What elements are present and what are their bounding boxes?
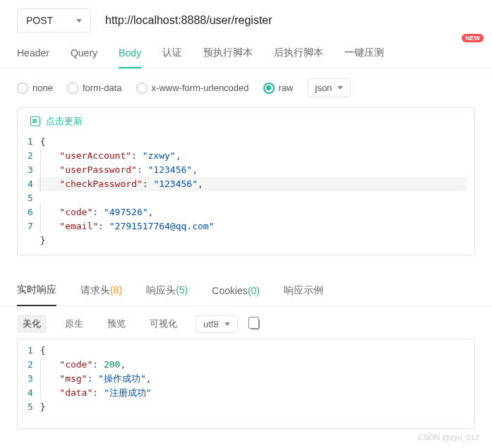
resp-tab-cookies[interactable]: Cookies(0) — [212, 277, 260, 305]
new-badge: NEW — [462, 34, 484, 42]
resp-tab-req-headers[interactable]: 请求头(8) — [80, 276, 122, 305]
tab-post-script[interactable]: 后执行脚本 — [274, 40, 323, 68]
tab-pre-script[interactable]: 预执行脚本 — [203, 40, 253, 68]
body-type-row: none form-data x-www-form-urlencoded raw… — [0, 68, 492, 107]
tab-query[interactable]: Query — [71, 40, 97, 67]
encoding-select[interactable]: utf8 — [196, 315, 238, 333]
radio-raw[interactable]: raw — [263, 83, 294, 94]
tab-header[interactable]: Header — [17, 40, 49, 67]
request-code-lines: { "userAccount": "zxwy", "userPassword":… — [40, 135, 474, 248]
radio-icon — [67, 83, 78, 94]
response-code-area[interactable]: 12345 { "code": 200, "msg": "操作成功", "dat… — [18, 344, 474, 421]
http-method-value: POST — [26, 15, 53, 26]
resp-tab-examples[interactable]: 响应示例 — [284, 276, 323, 305]
request-tabs: Header Query Body 认证 预执行脚本 后执行脚本 一键压测 NE… — [0, 40, 492, 68]
response-body-editor: 12345 { "code": 200, "msg": "操作成功", "dat… — [17, 339, 475, 429]
view-visual-button[interactable]: 可视化 — [144, 315, 183, 333]
body-format-select[interactable]: json — [308, 78, 352, 97]
radio-icon — [136, 83, 148, 94]
tab-body[interactable]: Body — [119, 40, 141, 68]
chevron-down-icon — [224, 322, 230, 326]
response-toolbar: 美化 原生 预览 可视化 utf8 — [0, 306, 492, 339]
tab-loadtest[interactable]: 一键压测 — [344, 40, 384, 68]
watermark: CSDN @zyo_012 — [0, 429, 492, 442]
update-icon — [30, 116, 40, 126]
view-pretty-button[interactable]: 美化 — [17, 315, 47, 333]
line-gutter: 1234567 — [18, 135, 40, 248]
radio-form-data[interactable]: form-data — [67, 83, 122, 94]
request-body-editor: 点击更新 1234567 { "userAccount": "zxwy", "u… — [17, 107, 475, 255]
tab-auth[interactable]: 认证 — [162, 40, 182, 68]
http-method-select[interactable]: POST — [17, 8, 91, 32]
update-button[interactable]: 点击更新 — [18, 108, 474, 135]
chevron-down-icon — [76, 19, 82, 23]
response-code-lines: { "code": 200, "msg": "操作成功", "data": "注… — [40, 344, 474, 414]
resp-tab-resp-headers[interactable]: 响应头(5) — [146, 276, 188, 305]
url-input[interactable] — [105, 14, 475, 27]
line-gutter: 12345 — [18, 344, 40, 414]
radio-icon — [17, 83, 28, 94]
view-raw-button[interactable]: 原生 — [59, 315, 89, 333]
radio-icon — [263, 83, 275, 94]
radio-none[interactable]: none — [17, 83, 53, 94]
radio-urlencoded[interactable]: x-www-form-urlencoded — [136, 83, 249, 94]
response-tabs: 实时响应 请求头(8) 响应头(5) Cookies(0) 响应示例 — [0, 275, 492, 306]
resp-tab-live[interactable]: 实时响应 — [17, 275, 56, 306]
request-code-area[interactable]: 1234567 { "userAccount": "zxwy", "userPa… — [18, 135, 474, 255]
chevron-down-icon — [337, 86, 343, 90]
view-preview-button[interactable]: 预览 — [102, 315, 131, 333]
copy-icon[interactable] — [251, 319, 260, 329]
